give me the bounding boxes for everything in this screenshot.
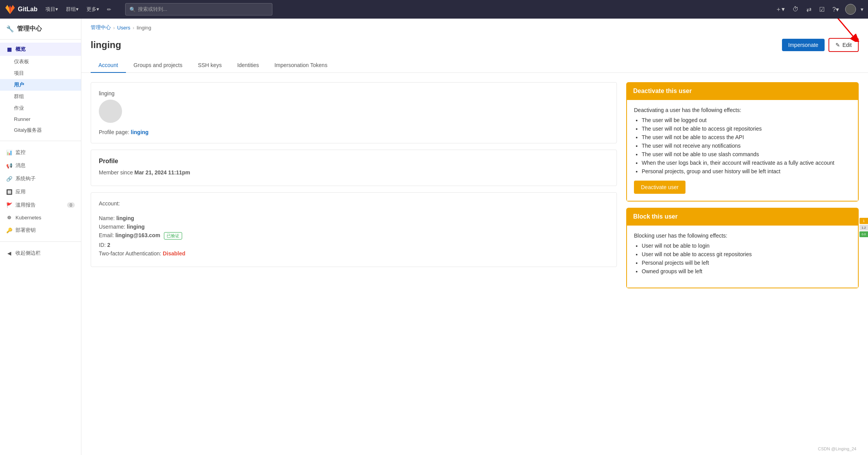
user-avatar[interactable] <box>845 4 856 15</box>
sidebar-apps-label: 应用 <box>16 188 26 195</box>
merge-request-icon[interactable]: ⇄ <box>805 4 813 15</box>
breadcrumb-users[interactable]: Users <box>117 25 130 31</box>
page-header-actions: Impersonate ✎ Edit <box>782 38 859 52</box>
tab-account[interactable]: Account <box>91 58 126 73</box>
edit-button[interactable]: ✎ Edit <box>828 38 859 52</box>
nav-more[interactable]: 更多▾ <box>83 4 102 14</box>
user-profile-card: linging Profile page: linging <box>91 82 617 143</box>
breadcrumb-admin[interactable]: 管理中心 <box>91 24 111 31</box>
sidebar-item-deploy-keys[interactable]: 🔑 部署密钥 <box>0 224 81 237</box>
sidebar-section-collapse: ◀ 收起侧边栏 <box>0 243 81 263</box>
search-icon: 🔍 <box>129 7 136 12</box>
sidebar-item-kubernetes[interactable]: ☸ Kubernetes <box>0 212 81 224</box>
name-row: Name: linging <box>99 215 609 221</box>
breadcrumb-sep-1: › <box>113 25 115 31</box>
hooks-icon: 🔗 <box>6 176 12 182</box>
profile-section-header: Profile <box>99 158 609 165</box>
nav-pencil[interactable]: ✏ <box>104 4 114 14</box>
deactivate-intro: Deactivating a user has the following ef… <box>634 107 851 113</box>
tab-ssh[interactable]: SSH keys <box>190 58 229 73</box>
sidebar-abuse-label: 滥用报告 <box>16 202 36 209</box>
sidebar-item-apps[interactable]: 🔲 应用 <box>0 185 81 198</box>
sidebar-dashboard-label: 仪表板 <box>14 59 29 64</box>
overview-icon: ▦ <box>6 47 12 52</box>
main-content: 管理中心 › Users › linging linging Impersona… <box>81 19 868 455</box>
verified-badge: 已验证 <box>164 232 182 240</box>
top-nav-links: 项目▾ 群组▾ 更多▾ ✏ <box>42 4 114 14</box>
deactivate-effect-2: The user will not be able to access the … <box>642 134 851 140</box>
sidebar-item-projects[interactable]: 项目 <box>0 67 81 79</box>
deactivate-user-button[interactable]: Deactivate user <box>634 181 685 194</box>
top-nav-right: ＋▾ ⏱ ⇄ ☑ ?▾ ▾ <box>774 4 863 15</box>
nav-more-label: 更多▾ <box>86 6 99 13</box>
sidebar-item-users[interactable]: 用户 <box>0 79 81 91</box>
block-effect-0: User will not be able to login <box>642 243 851 249</box>
sidebar-item-groups[interactable]: 群组 <box>0 91 81 102</box>
timer-icon[interactable]: ⏱ <box>791 4 800 14</box>
sidebar-item-abuse[interactable]: 🚩 滥用报告 0 <box>0 198 81 212</box>
tabs: Account Groups and projects SSH keys Ide… <box>81 52 868 73</box>
search-bar[interactable]: 🔍 搜索或转到... <box>125 3 272 16</box>
content-area: linging Profile page: linging Profile Me… <box>81 73 868 304</box>
gitlab-logo[interactable]: GitLab <box>5 4 38 15</box>
sidebar-item-dashboard[interactable]: 仪表板 <box>0 56 81 67</box>
side-widget-version[interactable]: 1.2 <box>859 225 868 231</box>
username-display: linging <box>99 90 609 97</box>
breadcrumb: 管理中心 › Users › linging <box>81 19 868 35</box>
sidebar-admin-header: 🔧 管理中心 <box>0 19 81 40</box>
sidebar-item-overview[interactable]: ▦ 概览 <box>0 43 81 56</box>
deactivate-effects-list: The user will be logged out The user wil… <box>642 117 851 174</box>
account-section-label: Account: <box>99 200 120 207</box>
email-row: Email: linging@163.com 已验证 <box>99 232 609 240</box>
sidebar-jobs-label: 作业 <box>14 105 24 111</box>
wrench-icon: 🔧 <box>6 25 14 33</box>
id-label: ID: <box>99 242 106 248</box>
sidebar-item-messages[interactable]: 📢 消息 <box>0 159 81 172</box>
deploy-key-icon: 🔑 <box>6 228 12 233</box>
tab-identities[interactable]: Identities <box>229 58 267 73</box>
user-menu-chevron[interactable]: ▾ <box>861 6 863 12</box>
deactivate-card-body: Deactivating a user has the following ef… <box>626 100 859 202</box>
impersonate-button[interactable]: Impersonate <box>782 39 825 51</box>
sidebar-item-runner[interactable]: Runner <box>0 114 81 124</box>
account-section-card: Account: Name: linging Username: linging… <box>91 192 617 267</box>
sidebar-runner-label: Runner <box>14 116 31 122</box>
sidebar-section-main: ▦ 概览 仪表板 项目 用户 群组 作业 Runner Gitaly服务器 <box>0 40 81 139</box>
action-cards: Deactivate this user Deactivating a user… <box>626 82 859 295</box>
name-value: linging <box>116 215 134 221</box>
breadcrumb-sep-2: › <box>133 25 134 31</box>
nav-groups[interactable]: 群组▾ <box>63 4 82 14</box>
collapse-icon: ◀ <box>6 250 12 256</box>
sidebar-overview-label: 概览 <box>16 46 26 53</box>
email-value: linging@163.com <box>115 232 160 238</box>
nav-projects[interactable]: 项目▾ <box>42 4 61 14</box>
top-navigation: GitLab 项目▾ 群组▾ 更多▾ ✏ 🔍 搜索或转到... ＋▾ ⏱ ⇄ ☑… <box>0 0 868 19</box>
sidebar-item-jobs[interactable]: 作业 <box>0 102 81 114</box>
username-value: linging <box>127 224 145 230</box>
user-info-section: linging Profile page: linging Profile Me… <box>91 82 617 295</box>
tab-groups[interactable]: Groups and projects <box>126 58 190 73</box>
side-widget-notification[interactable]: 1 <box>859 218 868 224</box>
sidebar-divider-1 <box>0 141 81 141</box>
block-card: Block this user Blocking user has the fo… <box>626 208 859 288</box>
profile-page-name[interactable]: linging <box>131 129 149 135</box>
sidebar-collapse-button[interactable]: ◀ 收起侧边栏 <box>0 246 81 260</box>
todo-icon[interactable]: ☑ <box>818 4 826 15</box>
help-menu-button[interactable]: ?▾ <box>831 4 840 15</box>
sidebar: 🔧 管理中心 ▦ 概览 仪表板 项目 用户 群组 作业 <box>0 19 81 455</box>
plus-menu-button[interactable]: ＋▾ <box>774 4 786 15</box>
profile-section-card: Profile Member since Mar 21, 2024 11:11p… <box>91 150 617 186</box>
edit-label: Edit <box>842 42 852 48</box>
sidebar-item-monitor[interactable]: 📊 监控 <box>0 146 81 159</box>
sidebar-item-hooks[interactable]: 🔗 系统钩子 <box>0 172 81 185</box>
side-widget-status[interactable]: 0.0 <box>859 231 868 237</box>
tab-account-label: Account <box>98 62 118 68</box>
search-placeholder: 搜索或转到... <box>138 6 167 13</box>
sidebar-item-gitaly[interactable]: Gitaly服务器 <box>0 124 81 136</box>
tab-tokens[interactable]: Impersonation Tokens <box>267 58 335 73</box>
block-effect-1: User will not be able to access git repo… <box>642 251 851 257</box>
id-value: 2 <box>107 242 110 248</box>
page-title: linging <box>91 40 121 50</box>
sidebar-groups-label: 群组 <box>14 93 24 99</box>
sidebar-users-label: 用户 <box>14 82 24 88</box>
